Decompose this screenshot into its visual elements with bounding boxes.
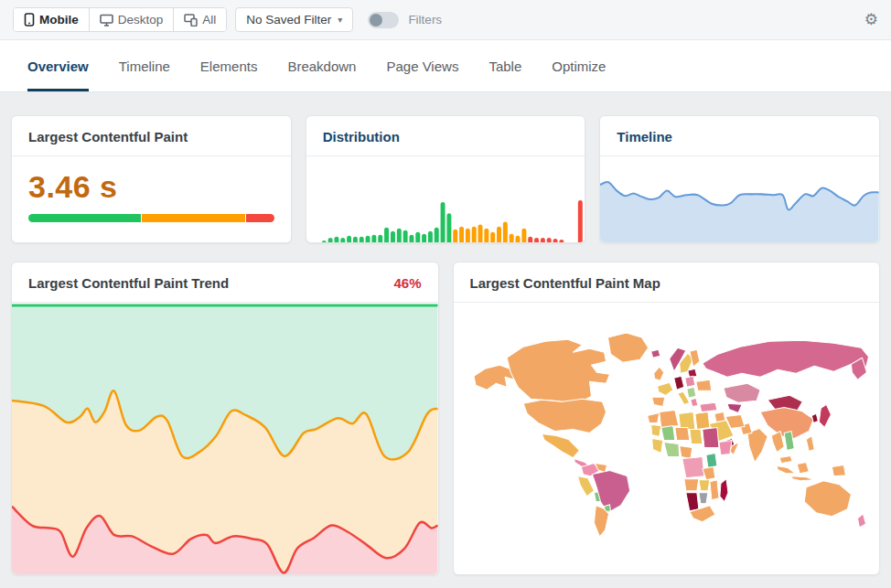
- lcp-world-map[interactable]: [465, 312, 869, 565]
- lcp-bar-segment-needs-improvement: [142, 214, 245, 222]
- tab-elements[interactable]: Elements: [200, 40, 258, 91]
- map-region-turkey[interactable]: [699, 402, 716, 412]
- map-region-iceland[interactable]: [650, 349, 660, 358]
- map-region-russia[interactable]: [702, 340, 868, 377]
- distribution-bar: [396, 229, 401, 242]
- map-region-alaska[interactable]: [474, 365, 514, 390]
- card-title: Largest Contentful Paint Trend: [28, 275, 229, 291]
- tab-page-views[interactable]: Page Views: [386, 40, 458, 91]
- tab-timeline[interactable]: Timeline: [119, 40, 170, 91]
- distribution-histogram[interactable]: [306, 156, 585, 242]
- lcp-bar-segment-poor: [246, 214, 274, 222]
- map-region-mali[interactable]: [660, 425, 674, 440]
- distribution-bar: [515, 236, 520, 242]
- gear-icon[interactable]: ⚙: [864, 12, 878, 27]
- map-region-namibia[interactable]: [685, 493, 698, 511]
- device-segmented-control: Mobile Desktop All: [13, 7, 227, 32]
- map-region-drc[interactable]: [682, 457, 703, 478]
- saved-filter-dropdown[interactable]: No Saved Filter ▾: [235, 7, 353, 32]
- distribution-bar: [534, 238, 539, 242]
- distribution-bar: [391, 231, 395, 242]
- distribution-bar: [503, 222, 508, 242]
- map-region-java[interactable]: [791, 476, 813, 481]
- chevron-down-icon: ▾: [338, 15, 342, 25]
- distribution-bar: [466, 229, 470, 242]
- card-distribution: Distribution: [306, 115, 586, 243]
- map-region-png[interactable]: [832, 465, 845, 476]
- map-region-nz[interactable]: [857, 514, 865, 528]
- map-region-morocco[interactable]: [647, 412, 659, 422]
- distribution-bar: [403, 230, 407, 242]
- map-region-sudan[interactable]: [702, 427, 718, 447]
- tab-table[interactable]: Table: [488, 40, 521, 91]
- map-region-ethiopia[interactable]: [718, 441, 731, 455]
- tab-overview[interactable]: Overview: [27, 40, 89, 91]
- device-button-mobile[interactable]: Mobile: [14, 8, 90, 31]
- map-region-greece[interactable]: [690, 398, 697, 406]
- distribution-bar: [497, 227, 501, 242]
- map-region-egypt[interactable]: [694, 412, 709, 429]
- map-region-poland[interactable]: [684, 376, 694, 387]
- map-region-nigeria[interactable]: [663, 443, 679, 457]
- distribution-bar: [528, 237, 532, 242]
- distribution-bar: [371, 235, 376, 242]
- map-region-australia[interactable]: [804, 481, 851, 517]
- distribution-bar: [327, 238, 332, 242]
- tab-optimize[interactable]: Optimize: [552, 40, 606, 91]
- map-region-cafrica[interactable]: [679, 446, 692, 459]
- map-region-sumatra[interactable]: [777, 466, 795, 474]
- map-region-ukraine[interactable]: [695, 380, 711, 390]
- device-button-label: Desktop: [118, 13, 164, 27]
- smartphone-icon: [24, 13, 35, 27]
- map-region-libya[interactable]: [678, 412, 694, 429]
- map-region-tanzania[interactable]: [702, 467, 714, 480]
- timeline-area: [600, 182, 879, 242]
- lcp-score-bar: [28, 214, 274, 222]
- timeline-sparkline[interactable]: [600, 156, 879, 242]
- map-region-kazakhstan[interactable]: [723, 383, 759, 402]
- map-region-mozambique[interactable]: [709, 480, 718, 500]
- map-region-chad[interactable]: [689, 429, 702, 444]
- map-region-algeria[interactable]: [659, 410, 678, 427]
- map-region-wafrica[interactable]: [651, 439, 662, 454]
- toolbar: Mobile Desktop All No Saved Filter ▾ Fil…: [0, 0, 891, 40]
- card-title: Largest Contentful Paint Map: [454, 262, 880, 303]
- filters-toggle[interactable]: [368, 12, 399, 28]
- distribution-bar: [578, 200, 583, 242]
- device-button-label: All: [202, 13, 216, 27]
- map-region-canada[interactable]: [507, 339, 609, 403]
- distribution-bar: [559, 240, 564, 242]
- distribution-bar: [378, 235, 382, 242]
- distribution-bar: [478, 225, 482, 242]
- map-region-uk[interactable]: [653, 367, 663, 380]
- distribution-bar: [453, 230, 457, 242]
- map-region-greenland[interactable]: [607, 333, 648, 362]
- map-region-romania[interactable]: [686, 387, 695, 398]
- map-region-france[interactable]: [657, 382, 672, 395]
- map-region-usa[interactable]: [523, 399, 606, 433]
- distribution-bar: [509, 234, 513, 242]
- map-region-zambia[interactable]: [698, 480, 709, 491]
- distribution-bar: [340, 238, 345, 242]
- map-region-spain[interactable]: [651, 397, 664, 406]
- map-region-angola[interactable]: [683, 479, 698, 491]
- map-region-japan[interactable]: [819, 404, 831, 427]
- map-region-mexico[interactable]: [542, 433, 579, 457]
- lcp-trend-chart[interactable]: [12, 303, 438, 574]
- map-region-kenya[interactable]: [705, 454, 716, 468]
- device-button-all[interactable]: All: [174, 8, 226, 31]
- map-region-centralasia[interactable]: [726, 403, 741, 412]
- map-region-peru[interactable]: [577, 476, 594, 497]
- map-region-mauritania[interactable]: [650, 424, 660, 436]
- map-region-philippines[interactable]: [806, 435, 814, 451]
- map-region-niger[interactable]: [674, 427, 689, 440]
- map-region-malaysia[interactable]: [779, 456, 792, 464]
- map-region-botswana[interactable]: [698, 493, 707, 504]
- device-button-desktop[interactable]: Desktop: [90, 8, 175, 31]
- map-region-madagascar[interactable]: [719, 479, 727, 502]
- distribution-bar: [446, 213, 451, 242]
- tab-breakdown[interactable]: Breakdown: [287, 40, 356, 91]
- map-region-germany[interactable]: [673, 376, 683, 390]
- map-region-borneo[interactable]: [797, 463, 809, 474]
- tab-bar: OverviewTimelineElementsBreakdownPage Vi…: [0, 40, 891, 92]
